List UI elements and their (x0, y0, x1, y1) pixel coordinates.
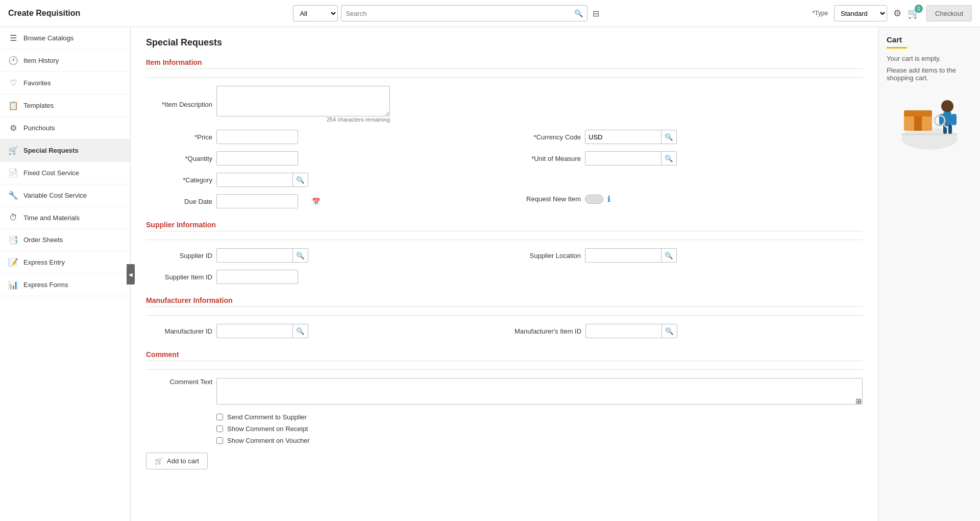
express-entry-label: Express Entry (23, 258, 65, 266)
category-input[interactable] (217, 176, 292, 184)
supplier-id-search: 🔍 (216, 248, 308, 263)
cart-panel-title: Cart (887, 35, 972, 44)
manufacturer-id-search-button[interactable]: 🔍 (292, 324, 308, 338)
supplier-information-section: Supplier Information Supplier ID 🔍 Suppl… (146, 221, 863, 284)
type-select[interactable]: Standard Emergency Blanket (834, 5, 887, 21)
sidebar-collapse-button[interactable]: ◀ (127, 264, 135, 285)
supplier-id-search-button[interactable]: 🔍 (292, 249, 308, 262)
show-on-voucher-label: Show Comment on Voucher (227, 437, 310, 444)
search-input[interactable] (341, 10, 570, 17)
add-to-cart-button[interactable]: 🛒 Add to cart (146, 453, 208, 469)
punchouts-label: Punchouts (23, 124, 55, 132)
sidebar-wrapper: ☰Browse Catalogs🕐Item History♡Favorites📋… (0, 27, 131, 521)
item-history-icon: 🕐 (8, 56, 18, 65)
sidebar-item-item-history[interactable]: 🕐Item History (0, 50, 130, 72)
manufacturers-item-id-label: Manufacturer's Item ID (514, 327, 581, 335)
settings-icon[interactable]: ⚙ (893, 8, 901, 19)
due-date-input[interactable] (217, 198, 309, 205)
comment-text-wrap: ⊞ (216, 378, 863, 406)
sidebar-item-variable-cost-service[interactable]: 🔧Variable Cost Service (0, 184, 130, 207)
item-history-label: Item History (23, 57, 59, 64)
supplier-id-input[interactable] (217, 252, 292, 259)
currency-code-search-button[interactable]: 🔍 (661, 130, 676, 144)
sidebar-item-express-entry[interactable]: 📝Express Entry (0, 251, 130, 274)
sidebar-item-fixed-cost-service[interactable]: 📄Fixed Cost Service (0, 162, 130, 184)
cart-panel: Cart Your cart is empty. Please add item… (878, 27, 980, 521)
cart-underline (887, 47, 907, 49)
manufacturers-item-id-search-button[interactable]: 🔍 (662, 324, 677, 338)
currency-code-label: *Currency Code (514, 133, 581, 141)
supplier-location-input[interactable] (585, 252, 661, 259)
info-icon[interactable]: ℹ (607, 194, 610, 204)
quantity-field: *Quantity (146, 151, 494, 165)
supplier-id-field: Supplier ID 🔍 (146, 248, 494, 263)
search-bar: All Goods Services 🔍 ⊟ (293, 5, 599, 21)
manufacturer-id-label: Manufacturer ID (146, 327, 212, 335)
category-search-button[interactable]: 🔍 (292, 173, 308, 186)
search-category-select[interactable]: All Goods Services (293, 5, 338, 21)
comment-text-field: Comment Text ⊞ (146, 378, 863, 406)
content-area: Special Requests Item Information *Item … (131, 27, 878, 521)
currency-code-input[interactable] (585, 133, 661, 141)
show-on-voucher-checkbox[interactable] (216, 437, 223, 444)
cart-icon-wrap[interactable]: 🛒 0 (908, 7, 920, 19)
cart-badge: 0 (915, 5, 923, 13)
price-currency-row: *Price *Currency Code 🔍 (146, 130, 863, 144)
show-on-receipt-label: Show Comment on Receipt (227, 425, 308, 433)
comment-text-row: Comment Text ⊞ (146, 378, 863, 406)
supplier-id-location-row: Supplier ID 🔍 Supplier Location 🔍 (146, 248, 863, 263)
supplier-location-search: 🔍 (585, 248, 677, 263)
comment-textarea[interactable] (216, 378, 863, 405)
calendar-icon-button[interactable]: 📅 (309, 198, 324, 205)
favorites-label: Favorites (23, 79, 51, 87)
char-count: 254 characters remaining (216, 116, 390, 123)
sidebar-item-favorites[interactable]: ♡Favorites (0, 72, 130, 94)
comment-section: Comment Comment Text ⊞ Send Comment to S… (146, 350, 863, 469)
manufacturer-id-input[interactable] (217, 327, 292, 335)
item-description-wrap: 254 characters remaining (216, 86, 390, 123)
supplier-item-id-input[interactable] (216, 270, 298, 284)
uom-search-button[interactable]: 🔍 (661, 152, 676, 165)
svg-rect-4 (914, 116, 922, 131)
sidebar-item-special-requests[interactable]: 🛒Special Requests (0, 139, 130, 162)
comment-text-label: Comment Text (146, 378, 212, 386)
svg-point-5 (941, 100, 953, 112)
sidebar-item-express-forms[interactable]: 📊Express Forms (0, 274, 130, 296)
price-field: *Price (146, 130, 494, 144)
sidebar-item-order-sheets[interactable]: 📑Order Sheets (0, 229, 130, 251)
supplier-item-id-label: Supplier Item ID (146, 273, 212, 281)
special-requests-icon: 🛒 (8, 146, 18, 155)
search-icon-button[interactable]: 🔍 (570, 9, 587, 17)
item-description-row: *Item Description 254 characters remaini… (146, 86, 863, 123)
send-to-supplier-checkbox[interactable] (216, 414, 223, 420)
sidebar-item-time-and-materials[interactable]: ⏱Time and Materials (0, 207, 130, 229)
form-title: Special Requests (146, 37, 863, 48)
uom-input[interactable] (585, 155, 661, 162)
checkboxes-wrap: Send Comment to Supplier Show Comment on… (216, 413, 863, 444)
fixed-cost-service-icon: 📄 (8, 168, 18, 178)
show-on-receipt-checkbox[interactable] (216, 425, 223, 432)
manufacturers-item-id-input[interactable] (586, 327, 662, 335)
supplier-location-search-button[interactable]: 🔍 (661, 249, 676, 262)
templates-label: Templates (23, 102, 54, 109)
svg-rect-3 (904, 110, 932, 116)
sidebar-item-punchouts[interactable]: ⚙Punchouts (0, 117, 130, 139)
sidebar-item-browse-catalogs[interactable]: ☰Browse Catalogs (0, 27, 130, 50)
filter-icon[interactable]: ⊟ (593, 9, 599, 18)
svg-rect-1 (901, 133, 958, 135)
request-new-item-toggle[interactable] (585, 195, 603, 204)
variable-cost-service-label: Variable Cost Service (23, 192, 87, 199)
manufacturer-id-row: Manufacturer ID 🔍 Manufacturer's Item ID… (146, 324, 863, 338)
comment-expand-icon[interactable]: ⊞ (855, 397, 862, 405)
checkout-button[interactable]: Checkout (926, 5, 972, 21)
category-search: 🔍 (216, 173, 308, 187)
quantity-input[interactable] (216, 151, 298, 165)
sidebar-item-templates[interactable]: 📋Templates (0, 94, 130, 117)
price-input[interactable] (216, 130, 298, 144)
show-on-voucher-row: Show Comment on Voucher (216, 437, 863, 444)
item-description-textarea[interactable] (216, 86, 390, 116)
time-and-materials-icon: ⏱ (8, 213, 18, 222)
category-label: *Category (146, 176, 212, 184)
supplier-location-field: Supplier Location 🔍 (514, 248, 863, 263)
item-information-section: Item Information *Item Description 254 c… (146, 58, 863, 208)
